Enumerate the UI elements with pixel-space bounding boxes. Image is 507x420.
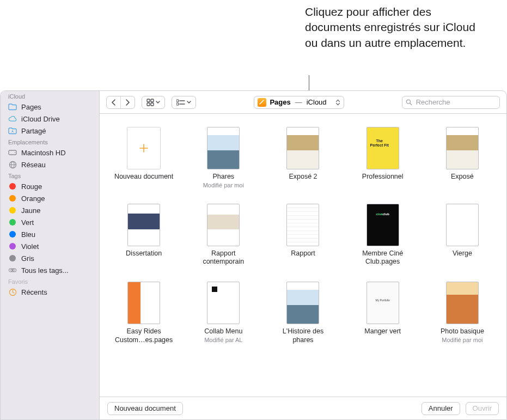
file-item[interactable]: Exposé (431, 127, 493, 188)
file-item[interactable]: Collab MenuModifié par AL (192, 282, 254, 344)
file-item[interactable]: PharesModifié par moi (192, 127, 254, 188)
file-thumb (207, 282, 240, 324)
updown-chevron-icon (335, 99, 340, 106)
sidebar-item[interactable]: Réseau (1, 159, 99, 171)
file-thumb: cinéclub (366, 204, 399, 246)
sidebar-item-label: Pages (21, 103, 41, 111)
nav-back-button[interactable] (107, 96, 121, 108)
tag-dot (8, 242, 17, 251)
file-item[interactable]: L'Histoire des phares (272, 282, 334, 344)
file-thumb (446, 204, 479, 246)
sidebar-item-label: Récents (21, 288, 47, 296)
search-input[interactable] (415, 98, 496, 107)
location-sep: — (294, 98, 303, 106)
svg-rect-11 (151, 99, 154, 102)
main-pane: Pages — iCloud Nouveau documentPharesMod… (100, 91, 506, 419)
svg-rect-10 (147, 99, 150, 102)
file-name: Rapport contemporain (192, 249, 254, 266)
folder-icon (8, 102, 17, 111)
sidebar-item-label: Réseau (21, 161, 46, 169)
file-thumb (127, 282, 160, 324)
file-item[interactable]: ThePerfect FitProfessionnel (352, 127, 414, 188)
open-button[interactable]: Ouvrir (466, 402, 499, 415)
new-document-thumb[interactable] (127, 127, 161, 169)
file-name: Easy Rides Custom…es.pages (113, 327, 175, 344)
location-popup[interactable]: Pages — iCloud (254, 96, 344, 109)
pages-app-icon (258, 98, 266, 107)
file-thumb (286, 127, 319, 169)
search-icon (406, 99, 412, 106)
sidebar-item-label: Macintosh HD (21, 149, 66, 157)
dialog-footer: Nouveau document Annuler Ouvrir (100, 397, 506, 419)
file-thumb (207, 204, 240, 246)
sidebar-item[interactable]: Jaune (1, 204, 99, 216)
tag-dot (8, 206, 17, 215)
callout-text: Cliquez pour afficher des documents enre… (305, 4, 485, 51)
file-name: L'Histoire des phares (272, 327, 334, 344)
view-mode-button[interactable] (142, 96, 165, 109)
file-thumb: My Portfolio (366, 282, 399, 324)
chevron-down-icon (187, 100, 191, 105)
sidebar-item[interactable]: Macintosh HD (1, 147, 99, 159)
file-item[interactable]: cinéclubMembre Ciné Club.pages (352, 204, 414, 266)
tag-dot (8, 254, 17, 263)
sidebar-item[interactable]: Récents (1, 286, 99, 298)
sidebar-item[interactable]: iCloud Drive (1, 113, 99, 125)
search-field[interactable] (402, 96, 500, 109)
file-thumb: ThePerfect Fit (366, 127, 399, 169)
sidebar-item-label: Violet (21, 242, 39, 251)
sidebar-item[interactable]: Gris (1, 252, 99, 264)
file-thumb (446, 282, 479, 324)
sidebar: iCloudPagesiCloud DrivePartagéEmplacemen… (1, 91, 100, 419)
file-name: Collab Menu (204, 327, 242, 336)
file-thumb (207, 127, 240, 169)
sidebar-item-label: Orange (21, 194, 45, 203)
file-item[interactable]: My PortfolioManger vert (352, 282, 414, 344)
file-item[interactable]: Rapport (272, 204, 334, 266)
file-meta: Modifié par AL (204, 337, 242, 343)
shared-folder-icon (8, 126, 17, 135)
file-item[interactable]: Exposé 2 (272, 127, 334, 188)
file-name: Dissertation (126, 249, 162, 258)
sidebar-item[interactable]: Partagé (1, 125, 99, 137)
svg-point-2 (15, 152, 16, 153)
sidebar-heading: Tags (1, 171, 99, 180)
file-item[interactable]: Dissertation (113, 204, 175, 266)
nav-forward-button[interactable] (121, 96, 135, 108)
grid-icon (146, 99, 154, 106)
sidebar-item[interactable]: Tous les tags... (1, 264, 99, 276)
nav-back-forward (106, 96, 135, 109)
sidebar-item-label: Bleu (21, 230, 35, 239)
file-name: Vierge (453, 249, 472, 258)
file-item[interactable]: Photo basiqueModifié par moi (431, 282, 493, 344)
cancel-button[interactable]: Annuler (422, 402, 460, 415)
file-name: Professionnel (362, 173, 404, 181)
file-meta: Modifié par moi (203, 182, 244, 188)
new-document-button[interactable]: Nouveau document (107, 402, 183, 415)
group-mode-button[interactable] (172, 96, 196, 109)
cloud-icon (8, 114, 17, 123)
sidebar-item[interactable]: Rouge (1, 180, 99, 192)
chevron-left-icon (111, 99, 116, 106)
sidebar-item-label: Rouge (21, 182, 42, 191)
file-name: Rapport (291, 249, 315, 258)
group-icon (176, 99, 185, 106)
file-name: Phares (212, 173, 234, 181)
globe-icon (8, 160, 17, 169)
file-item[interactable]: Easy Rides Custom…es.pages (113, 282, 175, 344)
sidebar-item[interactable]: Pages (1, 101, 99, 113)
file-name: Exposé 2 (289, 173, 317, 181)
plus-icon (138, 143, 149, 154)
sidebar-item-label: iCloud Drive (21, 115, 60, 123)
file-grid: Nouveau documentPharesModifié par moiExp… (100, 114, 506, 397)
file-name: Exposé (451, 173, 474, 181)
sidebar-item[interactable]: Vert (1, 216, 99, 228)
file-item[interactable]: Nouveau document (113, 127, 175, 188)
clock-icon (8, 288, 17, 296)
file-item[interactable]: Vierge (431, 204, 493, 266)
file-item[interactable]: Rapport contemporain (192, 204, 254, 266)
sidebar-item[interactable]: Bleu (1, 228, 99, 240)
tag-dot (8, 182, 17, 191)
sidebar-item[interactable]: Violet (1, 240, 99, 252)
sidebar-item[interactable]: Orange (1, 192, 99, 204)
